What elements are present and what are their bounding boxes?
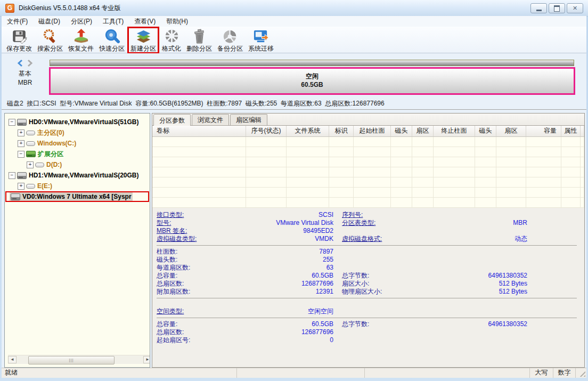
partition-table-body[interactable] <box>152 137 584 208</box>
table-cell <box>287 157 329 167</box>
column-header[interactable]: 起始柱面 <box>354 126 391 136</box>
parameter-section: 接口类型:SCSI序列号:型号:VMware Virtual Disk分区表类型… <box>152 211 584 243</box>
scrollbar-track[interactable]: ||| <box>17 355 143 364</box>
detail-value: 64961380352 <box>369 272 527 280</box>
table-cell <box>287 147 329 157</box>
column-header[interactable]: 序号(状态) <box>246 126 287 136</box>
scroll-left-button[interactable]: ◄ <box>8 356 17 363</box>
detail-value: 512 Bytes <box>382 288 527 296</box>
scrollbar-thumb[interactable]: ||| <box>28 356 115 364</box>
tab-browse-files[interactable]: 浏览文件 <box>192 114 229 125</box>
table-cell <box>391 157 412 167</box>
tree-item-hd0[interactable]: −HD0:VMware,VMwareVirtualS(51GB) <box>5 117 149 127</box>
column-header[interactable]: 磁头 <box>391 126 412 136</box>
collapse-icon[interactable]: − <box>18 151 24 158</box>
prev-disk-button[interactable] <box>17 59 24 67</box>
column-header[interactable]: 磁头 <box>475 126 496 136</box>
table-cell <box>434 177 475 187</box>
maximize-button[interactable] <box>549 3 565 13</box>
quick-partition-button[interactable]: 快速分区 <box>96 27 127 53</box>
column-header[interactable]: 容量 <box>526 126 561 136</box>
tree-item-primary-partition[interactable]: +主分区(0) <box>5 127 149 138</box>
column-header[interactable]: 文件系统 <box>287 126 329 136</box>
expand-icon[interactable]: + <box>18 183 24 190</box>
tab-sector-edit[interactable]: 扇区编辑 <box>230 114 267 125</box>
column-header[interactable]: 终止柱面 <box>434 126 475 136</box>
table-cell <box>561 188 581 197</box>
column-gap <box>333 320 342 328</box>
tree-item-windows-c[interactable]: +Windows(C:) <box>5 138 149 149</box>
menu-view[interactable]: 查看(V) <box>129 16 161 27</box>
collapsed-disk-bar[interactable] <box>50 60 574 66</box>
column-header[interactable]: 卷标 <box>152 126 246 136</box>
table-cell <box>354 147 391 157</box>
system-migration-button[interactable]: 系统迁移 <box>246 27 276 53</box>
detail-label: 接口类型: <box>157 211 184 219</box>
resize-grip[interactable] <box>576 368 586 378</box>
table-cell <box>287 198 329 207</box>
tree-item-content: 扩展分区 <box>26 150 63 159</box>
table-cell <box>329 198 354 207</box>
next-disk-button[interactable] <box>26 59 34 67</box>
close-button[interactable]: ✕ <box>567 3 583 13</box>
minimize-button[interactable] <box>530 3 547 13</box>
menu-help[interactable]: 帮助(H) <box>161 16 193 27</box>
search-partition-button[interactable]: 搜索分区 <box>35 27 66 53</box>
tree-item-extended-partition[interactable]: −扩展分区 <box>5 149 149 159</box>
column-header[interactable]: 扇区 <box>496 126 526 136</box>
table-cell <box>561 147 581 157</box>
expand-icon[interactable]: + <box>27 161 34 168</box>
scroll-right-button[interactable]: ► <box>143 356 150 363</box>
column-header[interactable]: 标识 <box>329 126 354 136</box>
tree-item-content: D(D:) <box>35 161 62 168</box>
tab-partition-params[interactable]: 分区参数 <box>153 114 191 126</box>
save-changes-button[interactable]: 保存更改 <box>4 27 35 53</box>
collapse-icon[interactable]: − <box>9 119 15 126</box>
format-button[interactable]: 格式化 <box>159 27 184 53</box>
close-icon: ✕ <box>573 5 577 11</box>
backup-partition-button[interactable]: 备份分区 <box>215 27 246 53</box>
table-cell <box>354 177 391 187</box>
column-header[interactable]: 属性 <box>561 126 581 136</box>
tree-item-vd0[interactable]: VD0:Windows 7 Ultimate x64 [Syspr <box>5 191 149 202</box>
table-cell <box>412 147 434 157</box>
tab-strip: 分区参数浏览文件扇区编辑 <box>152 114 584 126</box>
recover-files-button[interactable]: 恢复文件 <box>66 27 96 53</box>
tree-item-d-drive[interactable]: +D(D:) <box>5 159 149 170</box>
menu-partition[interactable]: 分区(P) <box>66 16 97 27</box>
table-cell <box>391 137 412 147</box>
tree-item-e-drive[interactable]: +E(E:) <box>5 181 149 191</box>
new-partition-button[interactable]: 新建分区 <box>127 27 159 54</box>
tree-item-content: HD0:VMware,VMwareVirtualS(51GB) <box>17 118 139 126</box>
collapse-icon[interactable]: − <box>9 172 15 179</box>
partition-icon <box>35 162 44 168</box>
parameter-pair: MBR 签名:98495ED2 <box>157 227 333 235</box>
partition-icon <box>26 141 35 147</box>
free-space-segment[interactable]: 空闲 60.5GB <box>49 67 575 95</box>
table-cell <box>434 137 475 147</box>
table-cell <box>412 157 434 167</box>
column-header[interactable]: 扇区 <box>412 126 434 136</box>
tree-item-hd1[interactable]: −HD1:VMware,VMwareVirtualS(20GB) <box>5 170 149 181</box>
delete-partition-button[interactable]: 删除分区 <box>184 27 215 53</box>
disk-tree-panel: −HD0:VMware,VMwareVirtualS(51GB)+主分区(0)+… <box>4 113 150 368</box>
menu-file[interactable]: 文件(F) <box>2 16 33 27</box>
minimize-icon <box>536 10 542 11</box>
table-cell <box>329 167 354 177</box>
horizontal-scrollbar[interactable]: ◄ ||| ► <box>8 355 150 364</box>
disk-icon <box>17 172 27 179</box>
expand-icon[interactable]: + <box>18 129 24 136</box>
detail-label: 柱面数: <box>157 248 177 256</box>
toolbar-button-label: 系统迁移 <box>248 45 274 52</box>
parameter-row: 接口类型:SCSI序列号: <box>152 211 584 219</box>
table-cell <box>412 137 434 147</box>
menu-disk[interactable]: 磁盘(D) <box>33 16 66 27</box>
parameter-row: 起始扇区号:0 <box>152 336 584 344</box>
menu-tools[interactable]: 工具(T) <box>97 16 129 27</box>
parameter-pair <box>342 328 527 336</box>
parameter-pair <box>342 227 527 235</box>
table-cell <box>287 137 329 147</box>
detail-value: 64961380352 <box>369 320 527 328</box>
parameter-pair: 柱面数:7897 <box>157 248 333 256</box>
expand-icon[interactable]: + <box>18 140 24 147</box>
